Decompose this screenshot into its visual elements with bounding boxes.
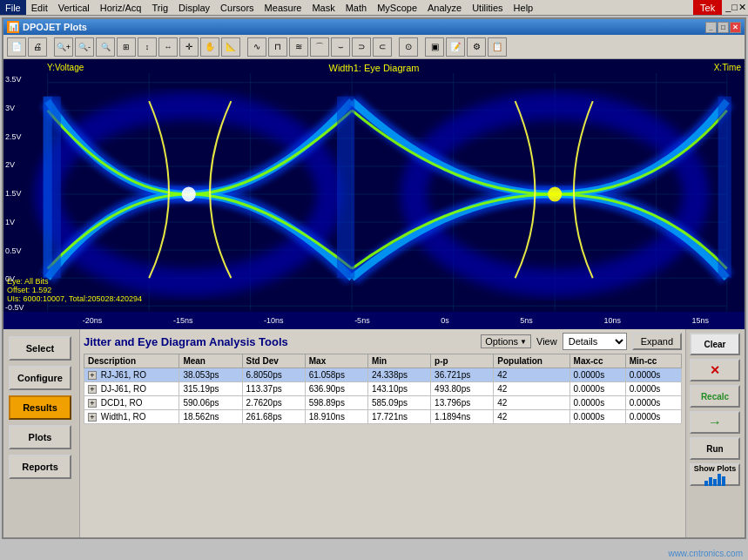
tb-clipboard[interactable]: 📋 bbox=[488, 37, 507, 57]
row-expand-icon[interactable]: + bbox=[88, 385, 97, 394]
menu-mask[interactable]: Mask bbox=[307, 0, 340, 15]
plot-y-label: Y:Voltage bbox=[47, 63, 84, 72]
table-row[interactable]: + RJ-J61, RO 38.053ps 6.8050ps 61.058ps … bbox=[84, 368, 682, 382]
cell-mean: 315.19ps bbox=[179, 382, 242, 396]
menu-myscope[interactable]: MyScope bbox=[372, 0, 422, 15]
tb-new[interactable]: 📄 bbox=[7, 37, 26, 57]
jitter-controls: Options ▼ View Details Summary Expand bbox=[481, 333, 682, 350]
tb-signal5[interactable]: ⌣ bbox=[331, 37, 350, 57]
tb-print[interactable]: 🖨 bbox=[28, 37, 47, 57]
y-label-1: 1V bbox=[5, 218, 24, 226]
tb-measure[interactable]: 📐 bbox=[221, 37, 240, 57]
tb-zoom-out[interactable]: 🔍- bbox=[75, 37, 94, 57]
y-label-35: 3.5V bbox=[5, 75, 24, 84]
options-button[interactable]: Options ▼ bbox=[481, 334, 531, 348]
single-button[interactable]: → bbox=[690, 411, 740, 434]
tb-settings[interactable]: ⚙ bbox=[467, 37, 486, 57]
clear-button[interactable]: Clear bbox=[690, 333, 740, 355]
cancel-button[interactable]: ✕ bbox=[690, 359, 740, 381]
view-select[interactable]: Details Summary bbox=[563, 333, 627, 350]
expand-button[interactable]: Expand bbox=[632, 333, 682, 350]
app-minimize[interactable]: _ bbox=[705, 22, 717, 33]
x-label-n5: -5ns bbox=[354, 316, 370, 325]
results-button[interactable]: Results bbox=[9, 395, 71, 420]
menu-utilities[interactable]: Utilities bbox=[467, 0, 508, 15]
row-expand-icon[interactable]: + bbox=[88, 413, 97, 422]
tb-box[interactable]: ▣ bbox=[425, 37, 444, 57]
app-maximize[interactable]: □ bbox=[718, 22, 729, 33]
recalc-button[interactable]: Recalc bbox=[690, 385, 740, 408]
tb-signal3[interactable]: ≋ bbox=[289, 37, 308, 57]
col-mean: Mean bbox=[179, 354, 242, 368]
table-row[interactable]: + DCD1, RO 590.06ps 2.7620ps 598.89ps 58… bbox=[84, 396, 682, 410]
table-row[interactable]: + Width1, RO 18.562ns 261.68ps 18.910ns … bbox=[84, 410, 682, 424]
tb-signal1[interactable]: ∿ bbox=[247, 37, 266, 57]
reports-button[interactable]: Reports bbox=[9, 455, 71, 479]
y-label-05: 0.5V bbox=[5, 246, 24, 255]
cell-std: 6.8050ps bbox=[242, 368, 305, 382]
tb-signal4[interactable]: ⌒ bbox=[310, 37, 329, 57]
cell-pp: 493.80ps bbox=[431, 382, 494, 396]
menu-edit[interactable]: Edit bbox=[26, 0, 53, 15]
menu-display[interactable]: Display bbox=[173, 0, 215, 15]
main-content: Jitter and Eye Diagram Analysis Tools Op… bbox=[80, 329, 685, 537]
menubar: File Edit Vertical Horiz/Acq Trig Displa… bbox=[0, 0, 748, 16]
x-label-0: 0s bbox=[441, 316, 449, 325]
tb-zoom-box[interactable]: 🔍 bbox=[96, 37, 115, 57]
tb-note[interactable]: 📝 bbox=[446, 37, 465, 57]
cell-mean: 38.053ps bbox=[179, 368, 242, 382]
table-row[interactable]: + DJ-J61, RO 315.19ps 113.37ps 636.90ps … bbox=[84, 382, 682, 396]
tb-hand[interactable]: ✋ bbox=[200, 37, 219, 57]
cell-mean: 18.562ns bbox=[179, 410, 242, 424]
tb-cursor[interactable]: ✛ bbox=[179, 37, 199, 57]
row-expand-icon[interactable]: + bbox=[88, 399, 97, 408]
tb-zoom-fit[interactable]: ⊞ bbox=[117, 37, 136, 57]
col-description: Description bbox=[84, 354, 179, 368]
plot-x-label: X:Time bbox=[714, 63, 741, 72]
cell-min: 585.09ps bbox=[367, 396, 430, 410]
app-title: DPOJET Plots bbox=[23, 22, 87, 32]
tb-signal6[interactable]: ⊃ bbox=[352, 37, 371, 57]
toolbar: 📄 🖨 🔍+ 🔍- 🔍 ⊞ ↕ ↔ ✛ ✋ 📐 ∿ ⊓ ≋ ⌒ ⌣ ⊃ ⊂ ⊙ … bbox=[3, 35, 745, 59]
configure-button[interactable]: Configure bbox=[9, 366, 71, 390]
cell-pop: 42 bbox=[494, 382, 569, 396]
col-stddev: Std Dev bbox=[242, 354, 305, 368]
app-close[interactable]: ✕ bbox=[730, 22, 741, 33]
plots-button[interactable]: Plots bbox=[9, 425, 71, 449]
right-sidebar: Clear ✕ Recalc → Run Show Plots bbox=[685, 329, 745, 537]
app-icon: 📊 bbox=[7, 21, 19, 33]
cell-std: 261.68ps bbox=[242, 410, 305, 424]
menu-math[interactable]: Math bbox=[340, 0, 372, 15]
show-plots-button[interactable]: Show Plots bbox=[690, 463, 740, 486]
tb-pan-v[interactable]: ↕ bbox=[138, 37, 157, 57]
menu-vertical[interactable]: Vertical bbox=[53, 0, 95, 15]
menu-analyze[interactable]: Analyze bbox=[422, 0, 467, 15]
run-button[interactable]: Run bbox=[690, 437, 740, 460]
menu-measure[interactable]: Measure bbox=[259, 0, 307, 15]
menu-cursors[interactable]: Cursors bbox=[215, 0, 259, 15]
plot-title: Width1: Eye Diagram bbox=[329, 63, 420, 73]
row-expand-icon[interactable]: + bbox=[88, 371, 97, 380]
single-arrow-icon: → bbox=[708, 415, 722, 430]
plot-info: Eye: All Bits Offset: 1.592 UIs: 6000:10… bbox=[7, 277, 142, 303]
tb-pan-h[interactable]: ↔ bbox=[158, 37, 178, 57]
tb-signal7[interactable]: ⊂ bbox=[373, 37, 392, 57]
tb-signal2[interactable]: ⊓ bbox=[268, 37, 287, 57]
tb-zoom-in[interactable]: 🔍+ bbox=[54, 37, 73, 57]
cell-maxcc: 0.0000s bbox=[569, 396, 625, 410]
win-close[interactable]: ✕ bbox=[738, 2, 746, 13]
y-label-2: 2V bbox=[5, 160, 24, 169]
show-plots-label: Show Plots bbox=[694, 464, 737, 473]
menu-horiz[interactable]: Horiz/Acq bbox=[95, 0, 147, 15]
cell-max: 61.058ps bbox=[305, 368, 367, 382]
tb-marker[interactable]: ⊙ bbox=[399, 37, 418, 57]
menu-help[interactable]: Help bbox=[509, 0, 539, 15]
y-label-3: 3V bbox=[5, 104, 24, 112]
cell-pop: 42 bbox=[494, 368, 569, 382]
cell-desc: + DJ-J61, RO bbox=[84, 382, 179, 396]
win-minimize[interactable]: _ bbox=[725, 2, 731, 13]
win-maximize[interactable]: □ bbox=[731, 2, 738, 13]
menu-file[interactable]: File bbox=[0, 0, 26, 15]
select-button[interactable]: Select bbox=[9, 336, 71, 361]
menu-trig[interactable]: Trig bbox=[146, 0, 173, 15]
